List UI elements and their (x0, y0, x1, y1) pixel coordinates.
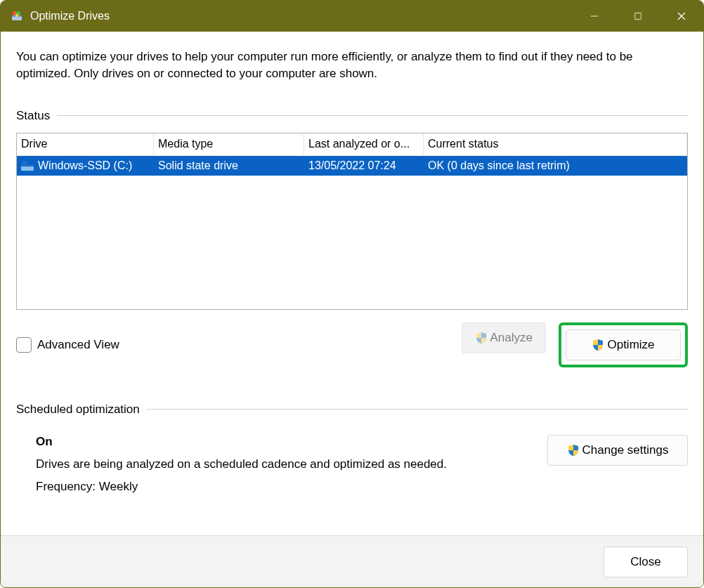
intro-text: You can optimize your drives to help you… (16, 48, 688, 82)
svg-rect-11 (22, 161, 27, 164)
optimize-label: Optimize (607, 338, 654, 352)
drive-media-type: Solid state drive (154, 156, 304, 176)
status-heading-label: Status (16, 109, 50, 123)
close-window-button[interactable] (660, 1, 703, 32)
shield-icon (567, 444, 580, 457)
optimize-drives-window: Optimize Drives You can optimize your dr… (0, 0, 704, 588)
analyze-button: Analyze (462, 322, 546, 353)
app-icon (11, 10, 23, 22)
drive-name: Windows-SSD (C:) (38, 159, 132, 172)
scheduled-heading: Scheduled optimization (16, 403, 688, 417)
window-title: Optimize Drives (30, 10, 110, 22)
divider (147, 409, 688, 410)
svg-rect-6 (635, 13, 641, 20)
footer: Close (1, 535, 703, 587)
drive-current-status: OK (0 days since last retrim) (424, 156, 687, 176)
scheduled-heading-label: Scheduled optimization (16, 403, 140, 417)
close-label: Close (630, 555, 660, 569)
drive-last-analyzed: 13/05/2022 07:24 (304, 156, 424, 176)
col-drive[interactable]: Drive (17, 133, 154, 155)
col-current-status[interactable]: Current status (424, 133, 687, 155)
advanced-view-checkbox[interactable]: Advanced View (16, 337, 119, 353)
drive-row[interactable]: Windows-SSD (C:) Solid state drive 13/05… (17, 156, 687, 176)
status-heading: Status (16, 109, 688, 123)
drive-icon (21, 161, 34, 171)
close-button[interactable]: Close (604, 547, 688, 577)
optimize-button[interactable]: Optimize (566, 329, 681, 360)
change-settings-label: Change settings (582, 443, 669, 457)
divider (57, 115, 688, 116)
change-settings-button[interactable]: Change settings (547, 435, 688, 466)
col-media-type[interactable]: Media type (154, 133, 304, 155)
advanced-view-label: Advanced View (37, 338, 119, 352)
shield-icon (475, 332, 488, 344)
svg-point-4 (15, 14, 18, 17)
scheduled-description: Drives are being analyzed on a scheduled… (36, 457, 533, 471)
col-last-analyzed[interactable]: Last analyzed or o... (304, 133, 424, 155)
shield-icon (592, 339, 604, 351)
window-controls (573, 1, 703, 32)
svg-rect-10 (21, 164, 34, 166)
checkbox-box[interactable] (16, 337, 32, 353)
scheduled-frequency: Frequency: Weekly (36, 480, 533, 494)
drive-list-header: Drive Media type Last analyzed or o... C… (17, 133, 687, 156)
optimize-highlight: Optimize (559, 322, 688, 367)
analyze-label: Analyze (490, 331, 533, 345)
drive-list[interactable]: Drive Media type Last analyzed or o... C… (16, 133, 688, 310)
maximize-button[interactable] (616, 1, 660, 32)
minimize-button[interactable] (573, 1, 616, 32)
scheduled-status: On (36, 435, 533, 449)
titlebar[interactable]: Optimize Drives (1, 1, 703, 32)
